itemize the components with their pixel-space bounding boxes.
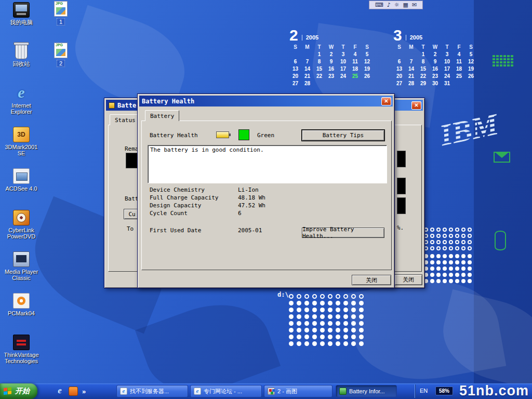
decor-dot [359, 308, 364, 312]
calendar-day [349, 81, 361, 88]
bg-close-button[interactable]: 关闭 [394, 274, 422, 285]
field-value: 47.52 Wh [238, 202, 383, 210]
tray-toolbar-icon-0[interactable]: ⌨ [375, 1, 383, 9]
desktop-icon-label: Internet Explorer [1, 102, 42, 115]
file-icon-1[interactable]: JPG 1 [49, 1, 73, 43]
battery-health-dialog: Battery Health ✕ Battery Battery Health … [137, 94, 395, 288]
close-button[interactable]: ✕ [381, 97, 391, 105]
calendar-dow: W [325, 44, 337, 51]
decor-dot [336, 314, 340, 319]
decor-dot [351, 341, 356, 346]
calendar-day: 25 [349, 73, 361, 81]
improve-battery-health-button[interactable]: Improve Battery Health... [302, 228, 384, 238]
battery-tray-indicator[interactable]: 58% [435, 387, 453, 395]
percent-fragment: %. [397, 224, 404, 231]
calendar-day [313, 81, 325, 88]
tray-mini-toolbar[interactable]: ⌨♪☼▦✉ [369, 1, 423, 9]
task-label: 2 - 画图 [277, 388, 297, 395]
calendar-day: 28 [405, 81, 417, 88]
battery-icon [216, 131, 229, 138]
tray-toolbar-icon-4[interactable]: ✉ [412, 1, 417, 9]
calendar-day: 22 [313, 73, 325, 81]
decor-dot [359, 328, 364, 332]
calendar-dow: S [465, 44, 477, 51]
close-button[interactable]: ✕ [411, 101, 421, 110]
decor-dot [430, 228, 434, 232]
calendar-day: 4 [453, 51, 465, 59]
decor-dot [455, 267, 459, 271]
calendar-day: 5 [465, 51, 477, 59]
start-button[interactable]: 开始 [0, 383, 37, 399]
decor-dot [351, 321, 356, 326]
decor-dot [304, 314, 309, 319]
taskbar-task-1[interactable]: 专门网论坛 - ... [190, 385, 262, 397]
decor-dot [359, 294, 364, 299]
start-label: 开始 [15, 387, 30, 396]
battery-app-icon [109, 102, 115, 109]
desktop-icon-column: 我的电脑 回收站 Internet Explorer 3DMark2001 SE… [1, 2, 42, 376]
calendar-day [453, 81, 465, 88]
tray-toolbar-icon-1[interactable]: ♪ [387, 1, 391, 9]
decor-dot [289, 335, 294, 339]
decor-pixel [503, 58, 506, 60]
decor-dot [312, 308, 317, 312]
decor-dot [449, 254, 453, 258]
desktop-icon-powerdvd[interactable]: CyberLink PowerDVD [1, 210, 42, 251]
battery-field-row: Full Charge Capacity 48.18 Wh [150, 194, 383, 202]
tab-status[interactable]: Status [110, 114, 141, 125]
decor-dot [449, 279, 453, 283]
task-label: 找不到服务器... [130, 388, 169, 395]
chevron-icon[interactable]: » [82, 388, 86, 395]
tab-battery[interactable]: Battery [145, 110, 179, 121]
calendar-day: 21 [405, 73, 417, 81]
taskbar-task-0[interactable]: 找不到服务器... [116, 385, 188, 397]
battery-tips-button[interactable]: Battery Tips [302, 130, 384, 141]
calendar-day: 19 [361, 66, 373, 73]
desktop-icon-pcmark[interactable]: PCMark04 [1, 293, 42, 335]
desktop-icon-label: PCMark04 [8, 310, 35, 316]
file-icon-2[interactable]: JPG 2 [49, 43, 73, 84]
pcmark-icon [13, 293, 30, 309]
decor-pixel [507, 55, 510, 57]
decor-dot [312, 294, 317, 299]
condition-text: The battery is in good condition. [150, 147, 264, 153]
calendar-day: 20 [289, 73, 301, 81]
media-quicklaunch-icon[interactable] [69, 387, 78, 396]
calendar-dow: W [429, 44, 441, 51]
decor-dot [359, 341, 364, 346]
dialog-titlebar[interactable]: Battery Health ✕ [139, 96, 393, 107]
taskbar-task-2[interactable]: 2 - 画图 [264, 385, 332, 397]
decor-pixel [500, 64, 502, 66]
decor-pixel [500, 61, 502, 63]
decor-dot [449, 260, 453, 264]
ie-quicklaunch-icon[interactable] [55, 387, 64, 396]
calendar-day: 21 [301, 73, 313, 81]
calendar-day: 5 [361, 51, 373, 59]
decor-dot [328, 335, 332, 339]
decor-dot [436, 260, 441, 264]
taskbar-task-3[interactable]: Battery Infor... [336, 385, 397, 397]
desktop-icon-acdsee[interactable]: ACDSee 4.0 [1, 168, 42, 210]
desktop-icon-recycle-bin[interactable]: 回收站 [1, 44, 42, 85]
dialog-close-button[interactable]: 关闭 [352, 275, 391, 285]
decor-dot [461, 240, 466, 244]
decor-dot [468, 234, 472, 238]
calendar-day: 6 [289, 59, 301, 66]
calendar-day: 8 [417, 59, 429, 66]
tray-toolbar-icon-2[interactable]: ☼ [394, 1, 400, 9]
calendar-dow: T [313, 44, 325, 51]
decor-dot [343, 294, 348, 299]
desktop-icon-thinkvantage[interactable]: ThinkVantage Technologies [1, 335, 42, 376]
ie-page-icon [194, 388, 201, 395]
desktop-icon-ie[interactable]: Internet Explorer [1, 85, 42, 127]
desktop-icon-3dmark[interactable]: 3DMark2001 SE [1, 127, 42, 168]
calendar-day: 12 [465, 59, 477, 66]
desktop-icon-mpc[interactable]: Media Player Classic [1, 251, 42, 293]
first-used-value: 2005-01 [238, 227, 262, 234]
desktop-icon-my-computer[interactable]: 我的电脑 [1, 2, 42, 44]
desktop-icon-label: 3DMark2001 SE [1, 144, 42, 156]
field-value: 6 [238, 210, 383, 218]
decor-dot [436, 228, 441, 232]
tray-toolbar-icon-3[interactable]: ▦ [403, 1, 408, 9]
language-indicator[interactable]: EN [420, 388, 428, 394]
